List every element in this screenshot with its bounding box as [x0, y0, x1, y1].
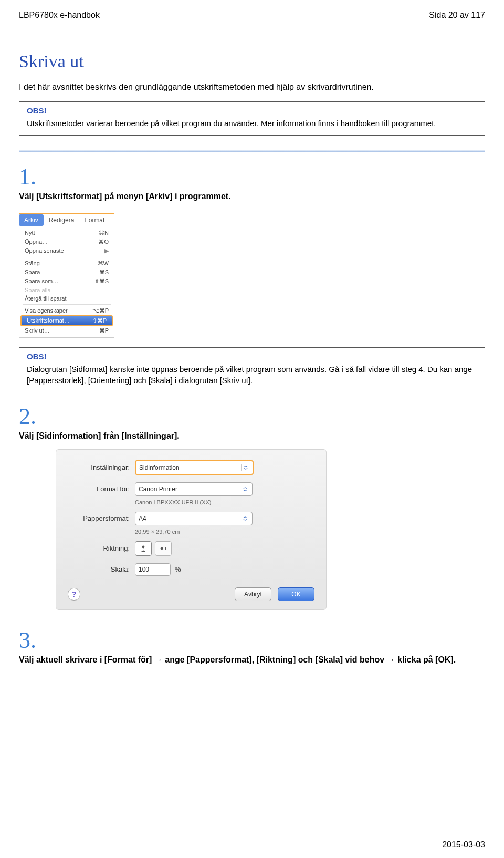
chevron-down-icon: [242, 464, 249, 471]
menubar-redigera[interactable]: Redigera: [44, 214, 80, 226]
page-date: 2015-03-03: [442, 840, 485, 850]
installningar-dropdown[interactable]: Sidinformation: [135, 460, 254, 475]
person-portrait-icon: [139, 544, 148, 553]
format-for-subtext: Canon LBPXXXX UFR II (XX): [135, 499, 314, 505]
label-riktning: Riktning:: [68, 544, 135, 552]
skala-input[interactable]: 100: [135, 563, 171, 576]
pappersformat-dropdown[interactable]: A4: [135, 512, 253, 525]
menu-item: Spara alla: [19, 286, 114, 294]
pappersformat-subtext: 20,99 × 29,70 cm: [135, 529, 314, 535]
installningar-value: Sidinformation: [139, 464, 180, 471]
pappersformat-value: A4: [139, 515, 146, 522]
obs-body: Utskriftsmetoder varierar beroende på vi…: [27, 118, 477, 129]
obs-box-1: OBS! Utskriftsmetoder varierar beroende …: [19, 101, 485, 136]
menu-item[interactable]: Spara⌘S: [19, 268, 114, 277]
page-title: Skriva ut: [19, 51, 485, 71]
label-pappersformat: Pappersformat:: [68, 514, 135, 522]
format-for-dropdown[interactable]: Canon Printer: [135, 482, 253, 496]
obs-title: OBS!: [27, 352, 477, 361]
menubar-arkiv[interactable]: Arkiv: [19, 214, 44, 226]
doc-header-right: Sida 20 av 117: [429, 11, 485, 20]
step-1-number: 1.: [19, 166, 485, 189]
person-landscape-icon: [159, 544, 167, 553]
menu-item[interactable]: Spara som…⇧⌘S: [19, 277, 114, 286]
obs-body: Dialogrutan [Sidformat] kanske inte öppn…: [27, 364, 477, 386]
menu-item[interactable]: Återgå till sparat: [19, 294, 114, 303]
menubar-format[interactable]: Format: [79, 214, 110, 226]
title-divider: [19, 75, 485, 75]
label-installningar: Inställningar:: [68, 463, 135, 471]
menu-item[interactable]: Visa egenskaper⌥⌘P: [19, 306, 114, 315]
step-2-heading: Välj [Sidinformation] från [Inställninga…: [19, 431, 485, 441]
menu-item[interactable]: Utskriftsformat…⇧⌘P: [20, 315, 113, 326]
menu-item[interactable]: Skriv ut…⌘P: [19, 326, 114, 335]
doc-header-left: LBP6780x e-handbok: [19, 11, 100, 20]
skala-suffix: %: [175, 565, 181, 573]
step-3-number: 3.: [19, 629, 485, 652]
cancel-button[interactable]: Avbryt: [235, 587, 271, 601]
chevron-down-icon: [241, 485, 249, 493]
orientation-portrait[interactable]: [135, 541, 152, 556]
menu-item[interactable]: Öppna senaste▶: [19, 246, 114, 255]
svg-point-1: [161, 547, 163, 550]
orientation-landscape[interactable]: [155, 541, 172, 556]
label-format-for: Format för:: [68, 485, 135, 493]
arkiv-dropdown: Nytt⌘NÖppna…⌘OÖppna senaste▶Stäng⌘WSpara…: [19, 226, 114, 338]
section-divider: [19, 150, 485, 152]
format-for-value: Canon Printer: [139, 485, 177, 493]
label-skala: Skala:: [68, 565, 135, 573]
obs-title: OBS!: [27, 106, 477, 115]
menu-item[interactable]: Öppna…⌘O: [19, 237, 114, 246]
svg-point-0: [142, 545, 145, 548]
menu-item[interactable]: Stäng⌘W: [19, 259, 114, 268]
menu-item[interactable]: Nytt⌘N: [19, 229, 114, 237]
obs-box-2: OBS! Dialogrutan [Sidformat] kanske inte…: [19, 347, 485, 392]
step-1-heading: Välj [Utskriftsformat] på menyn [Arkiv] …: [19, 192, 485, 201]
step-3-heading: Välj aktuell skrivare i [Format för] → a…: [19, 655, 485, 665]
help-button[interactable]: ?: [68, 588, 80, 601]
chevron-down-icon: [241, 515, 249, 522]
intro-text: I det här avsnittet beskrivs den grundlä…: [19, 82, 485, 92]
ok-button[interactable]: OK: [278, 587, 314, 601]
page-setup-dialog: Inställningar: Sidinformation Format för…: [56, 449, 327, 610]
arkiv-menu-screenshot: Arkiv Redigera Format Nytt⌘NÖppna…⌘OÖppn…: [19, 213, 114, 338]
step-2-number: 2.: [19, 405, 485, 428]
